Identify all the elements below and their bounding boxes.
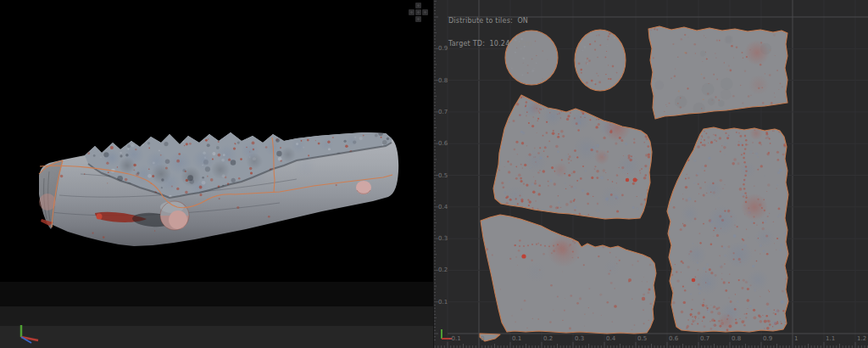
uv-editor[interactable]: Distribute to tiles: ON Target TD: 10.24…: [434, 0, 868, 348]
x-axis-label: 0.9: [763, 336, 772, 342]
y-axis-label: 0.9: [438, 46, 448, 52]
y-axis-label: 0.1: [438, 300, 448, 306]
y-axis-label: 0.6: [438, 141, 448, 147]
nav-left-button[interactable]: [409, 9, 415, 15]
y-axis-label: 0.3: [438, 236, 448, 242]
y-axis-label: 0.8: [438, 78, 448, 84]
nav-center-button[interactable]: [415, 9, 421, 15]
x-axis-label: -0.1: [449, 336, 461, 342]
overlay-line-2: Target TD: 10.24 tx/cm: [448, 40, 532, 48]
pink-nub: [356, 181, 371, 194]
uv-island-bottom-left[interactable]: [481, 215, 656, 334]
uv-island-cap-circle-2[interactable]: [575, 30, 626, 91]
y-axis-label: 0.5: [438, 173, 448, 179]
log-model[interactable]: [0, 0, 434, 348]
y-axis-label: 0.2: [438, 267, 448, 273]
x-axis-label: 0.2: [543, 336, 553, 342]
3d-viewport[interactable]: [0, 0, 434, 348]
y-axis-label: 0.7: [438, 109, 448, 115]
uv-island-top-right[interactable]: [648, 26, 787, 119]
uv-island-right[interactable]: [664, 126, 793, 332]
axis-gizmo-3d: [21, 325, 38, 343]
x-axis-label: 0.7: [700, 336, 709, 342]
nav-right-button[interactable]: [422, 9, 428, 15]
overlay-line-1: Distribute to tiles: ON: [448, 17, 532, 25]
x-axis-label: 0: [481, 336, 484, 342]
application-window: Distribute to tiles: ON Target TD: 10.24…: [0, 0, 868, 348]
x-axis-label: 0.8: [732, 336, 741, 342]
uv-island-mid-left[interactable]: [492, 94, 654, 219]
x-axis-label: 0.1: [512, 336, 521, 342]
x-axis-label: 0.6: [669, 336, 678, 342]
x-axis-label: 0.5: [637, 336, 647, 342]
nav-down-button[interactable]: [415, 16, 421, 22]
y-axis-label: 0.4: [438, 205, 448, 210]
x-axis-label: 0.4: [606, 336, 615, 342]
x-axis-label: 1: [794, 336, 798, 342]
x-axis-label: 0.3: [575, 336, 584, 342]
x-axis-label: 1.2: [857, 336, 866, 342]
uv-overlay-info: Distribute to tiles: ON Target TD: 10.24…: [448, 2, 532, 63]
nav-up-button[interactable]: [415, 3, 421, 8]
x-axis-label: 1.1: [826, 336, 835, 342]
